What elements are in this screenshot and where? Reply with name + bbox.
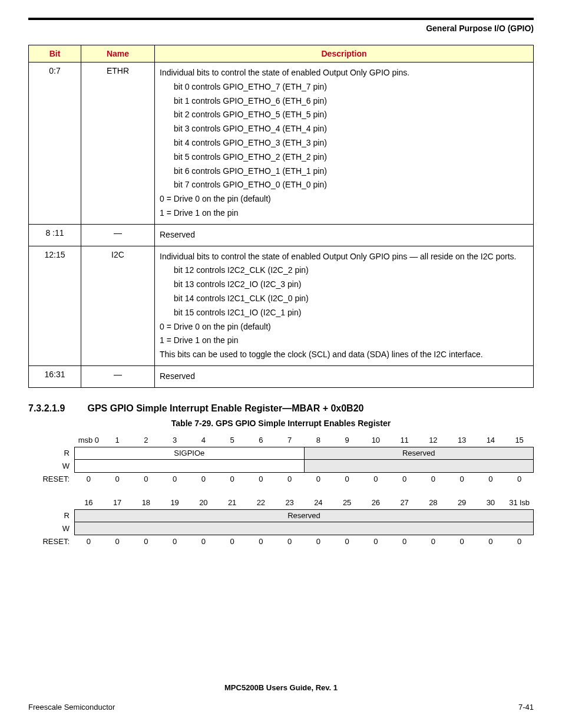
bit-cell: 0	[448, 535, 477, 548]
bit-cell: 22	[247, 496, 276, 509]
desc-line: bit 15 controls I2C1_IO (I2C_1 pin)	[160, 306, 528, 320]
bit-cell: 6	[247, 434, 276, 447]
desc-line: bit 6 controls GPIO_ETHO_1 (ETH_1 pin)	[160, 164, 528, 179]
bit-cell: 26	[362, 496, 391, 509]
bit-cell: 0	[189, 535, 218, 548]
desc-line: bit 1 controls GPIO_ETHO_6 (ETH_6 pin)	[160, 94, 528, 108]
section-title: GPS GPIO Simple Interrupt Enable Registe…	[87, 403, 363, 413]
bit-cell: 0	[448, 473, 477, 486]
header-section-title: General Purpose I/O (GPIO)	[28, 24, 534, 33]
bit-cell: 0	[333, 473, 362, 486]
desc-intro: Individual bits to control the state of …	[160, 252, 516, 261]
bit-cell: 9	[333, 434, 362, 447]
bit-cell: 0	[189, 473, 218, 486]
bit-cell: 0	[419, 535, 448, 548]
bit-cell: 7	[275, 434, 304, 447]
desc-line: bit 12 controls I2C2_CLK (I2C_2 pin)	[160, 263, 528, 278]
table-row: 0:7 ETHR Individual bits to control the …	[29, 62, 534, 225]
desc-line: bit 5 controls GPIO_ETHO_2 (ETH_2 pin)	[160, 150, 528, 164]
w-label: W	[28, 460, 74, 473]
reset-label: RESET:	[28, 473, 74, 486]
reset-row-hi: RESET: 0000000000000000	[28, 473, 534, 486]
bit-numbers-hi: msb 0123456789101112131415	[28, 434, 534, 447]
col-desc: Description	[155, 45, 534, 62]
bit-cell: 0	[275, 473, 304, 486]
reset-row-lo: RESET: 0000000000000000	[28, 535, 534, 548]
r-label: R	[28, 447, 74, 460]
bit-cell: 0	[160, 535, 189, 548]
field-desc: Reserved	[155, 365, 534, 387]
bit-cell: 25	[333, 496, 362, 509]
bit-range: 0:7	[29, 62, 81, 225]
desc-line: bit 7 controls GPIO_ETHO_0 (ETH_0 pin)	[160, 178, 528, 192]
field-name: I2C	[81, 246, 155, 365]
footer-guide: MPC5200B Users Guide, Rev. 1	[28, 683, 534, 692]
bit-cell: 0	[362, 473, 391, 486]
field-desc: Individual bits to control the state of …	[155, 62, 534, 225]
bit-cell: 23	[275, 496, 304, 509]
bit-range: 12:15	[29, 246, 81, 365]
table-row: 16:31 — Reserved	[29, 365, 534, 387]
bit-cell: 0	[390, 473, 419, 486]
top-rule	[28, 18, 534, 20]
bit-cell: 17	[103, 496, 132, 509]
desc-line: bit 3 controls GPIO_ETHO_4 (ETH_4 pin)	[160, 122, 528, 136]
bit-cell: 0	[477, 473, 505, 486]
w-label: W	[28, 522, 74, 535]
bit-cell: 2	[132, 434, 161, 447]
field-reserved: Reserved	[74, 509, 534, 522]
bit-cell: 13	[448, 434, 477, 447]
field-desc: Individual bits to control the state of …	[155, 246, 534, 365]
bit-cell: 10	[362, 434, 391, 447]
bit-cell: 0	[275, 535, 304, 548]
field-reserved: Reserved	[304, 447, 534, 460]
footer-left: Freescale Semiconductor	[28, 703, 115, 711]
table-caption: Table 7-29. GPS GPIO Simple Interrupt En…	[28, 419, 534, 428]
bit-cell: 0	[132, 473, 161, 486]
w-row-hi: W	[28, 460, 534, 473]
register-fields-table: Bit Name Description 0:7 ETHR Individual…	[28, 45, 534, 388]
field-sigpioe: SIGPIOe	[74, 447, 304, 460]
w-row-lo: W	[28, 522, 534, 535]
bit-cell: 3	[160, 434, 189, 447]
bit-cell: 19	[160, 496, 189, 509]
bit-cell: 28	[419, 496, 448, 509]
bit-cell: 27	[390, 496, 419, 509]
bit-cell: 0	[218, 473, 247, 486]
bit-cell: 0	[103, 535, 132, 548]
bit-cell: 12	[419, 434, 448, 447]
desc-line: bit 4 controls GPIO_ETHO_3 (ETH_3 pin)	[160, 136, 528, 150]
bit-numbers-lo: 16171819202122232425262728293031 lsb	[28, 496, 534, 509]
bit-cell: 0	[74, 473, 103, 486]
bit-cell: 31 lsb	[505, 496, 534, 509]
bit-cell: 29	[448, 496, 477, 509]
col-name: Name	[81, 45, 155, 62]
bit-cell: 0	[505, 473, 534, 486]
r-row-lo: R Reserved	[28, 509, 534, 522]
bit-cell: 0	[419, 473, 448, 486]
footer-right: 7-41	[518, 703, 534, 711]
bit-cell: 15	[505, 434, 534, 447]
table-row: 8 :11 — Reserved	[29, 224, 534, 246]
bit-cell: 0	[304, 535, 333, 548]
desc-line: bit 13 controls I2C2_IO (I2C_3 pin)	[160, 278, 528, 292]
bit-cell: 0	[362, 535, 391, 548]
bit-cell: 14	[477, 434, 505, 447]
bit-cell: 0	[247, 535, 276, 548]
bit-cell: msb 0	[74, 434, 103, 447]
bit-cell: 0	[132, 535, 161, 548]
bit-cell: 0	[477, 535, 505, 548]
bit-cell: 0	[218, 535, 247, 548]
bit-cell: 1	[103, 434, 132, 447]
bit-cell: 0	[74, 535, 103, 548]
col-bit: Bit	[29, 45, 81, 62]
bit-cell: 0	[333, 535, 362, 548]
bit-cell: 0	[160, 473, 189, 486]
desc-line: bit 0 controls GPIO_ETHO_7 (ETH_7 pin)	[160, 80, 528, 94]
bit-cell: 16	[74, 496, 103, 509]
r-row-hi: R SIGPIOe Reserved	[28, 447, 534, 460]
field-name: —	[81, 224, 155, 246]
register-bit-diagram: msb 0123456789101112131415 R SIGPIOe Res…	[28, 434, 534, 548]
bit-cell: 0	[505, 535, 534, 548]
section-heading: 7.3.2.1.9 GPS GPIO Simple Interrupt Enab…	[28, 403, 534, 414]
